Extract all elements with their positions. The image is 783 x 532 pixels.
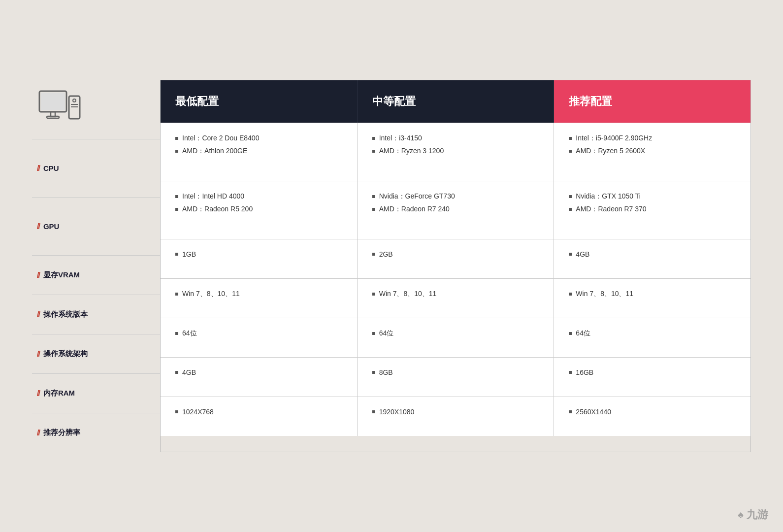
list-item: AMD：Radeon R7 240 xyxy=(372,205,539,214)
bullet-icon xyxy=(372,293,375,296)
table-row-resolution: 1024X768 1920X1080 2560X1440 xyxy=(161,397,750,436)
cell-text: AMD：Ryzen 3 1200 xyxy=(379,147,444,156)
table-row-ram: 4GB 8GB 16GB xyxy=(161,357,750,397)
cell-min-ram: 4GB xyxy=(161,358,358,397)
bullet-icon xyxy=(372,410,375,413)
list-item: 2560X1440 xyxy=(569,408,736,416)
specs-table: 最低配置 中等配置 推荐配置 Intel：Core 2 Dou E8400 AM… xyxy=(160,80,751,452)
slash-icon: // xyxy=(37,164,39,173)
bullet-icon xyxy=(569,293,572,296)
bullet-icon xyxy=(175,293,178,296)
cell-text: Intel：Intel HD 4000 xyxy=(182,192,244,201)
cell-mid-cpu: Intel：i3-4150 AMD：Ryzen 3 1200 xyxy=(358,123,555,181)
cell-min-cpu: Intel：Core 2 Dou E8400 AMD：Athlon 200GE xyxy=(161,123,358,181)
cell-text: 64位 xyxy=(379,329,394,338)
cell-text: 16GB xyxy=(576,368,593,376)
cell-text: AMD：Radeon R7 370 xyxy=(576,205,646,214)
cell-text: 4GB xyxy=(182,368,196,376)
cell-mid-gpu: Nvidia：GeForce GT730 AMD：Radeon R7 240 xyxy=(358,181,555,239)
row-label-os-arch: // 操作系统架构 xyxy=(32,334,160,373)
slash-icon: // xyxy=(37,271,39,280)
cell-text: 2GB xyxy=(379,250,393,258)
bullet-icon xyxy=(175,137,178,140)
row-label-resolution: // 推荐分辨率 xyxy=(32,413,160,452)
page-wrapper: // CPU // GPU // 显存VRAM // 操作系统版本 // 操作系… xyxy=(0,0,783,532)
cell-text: 64位 xyxy=(182,329,197,338)
bullet-icon xyxy=(569,150,572,153)
slash-icon: // xyxy=(37,389,39,398)
list-item: Intel：i3-4150 xyxy=(372,134,539,143)
list-item: AMD：Ryzen 5 2600X xyxy=(569,147,736,156)
cell-mid-os-arch: 64位 xyxy=(358,318,555,357)
table-header: 最低配置 中等配置 推荐配置 xyxy=(161,80,750,123)
list-item: Intel：i5-9400F 2.90GHz xyxy=(569,134,736,143)
list-item: 1GB xyxy=(175,250,342,258)
cell-mid-vram: 2GB xyxy=(358,239,555,278)
list-item: 1920X1080 xyxy=(372,408,539,416)
cell-text: Win 7、8、10、11 xyxy=(182,290,240,299)
bullet-icon xyxy=(175,410,178,413)
list-item: Win 7、8、10、11 xyxy=(372,290,539,299)
cell-text: AMD：Radeon R7 240 xyxy=(379,205,450,214)
table-row-os-arch: 64位 64位 64位 xyxy=(161,318,750,357)
list-item: 4GB xyxy=(175,368,342,376)
cell-rec-vram: 4GB xyxy=(554,239,750,278)
logo-area xyxy=(32,80,160,139)
bullet-icon xyxy=(372,137,375,140)
bullet-icon xyxy=(175,195,178,198)
list-item: Nvidia：GTX 1050 Ti xyxy=(569,192,736,201)
bullet-icon xyxy=(372,332,375,335)
label-text-ram: 内存RAM xyxy=(43,389,75,398)
cell-text: 1920X1080 xyxy=(379,408,415,416)
label-text-cpu: CPU xyxy=(43,164,59,172)
svg-rect-7 xyxy=(71,106,78,107)
cell-text: AMD：Radeon R5 200 xyxy=(182,205,253,214)
cell-min-os-arch: 64位 xyxy=(161,318,358,357)
list-item: Intel：Intel HD 4000 xyxy=(175,192,342,201)
header-rec-label: 推荐配置 xyxy=(569,94,612,109)
cell-text: Intel：i3-4150 xyxy=(379,134,422,143)
cell-text: Nvidia：GTX 1050 Ti xyxy=(576,192,641,201)
list-item: 64位 xyxy=(175,329,342,338)
bullet-icon xyxy=(175,253,178,256)
bullet-icon xyxy=(569,195,572,198)
bullet-icon xyxy=(175,208,178,211)
cell-mid-os-version: Win 7、8、10、11 xyxy=(358,279,555,318)
bullet-icon xyxy=(569,410,572,413)
row-label-gpu: // GPU xyxy=(32,197,160,255)
slash-icon: // xyxy=(37,222,39,231)
bullet-icon xyxy=(372,150,375,153)
bullet-icon xyxy=(569,208,572,211)
cell-rec-gpu: Nvidia：GTX 1050 Ti AMD：Radeon R7 370 xyxy=(554,181,750,239)
list-item: 16GB xyxy=(569,368,736,376)
list-item: Intel：Core 2 Dou E8400 xyxy=(175,134,342,143)
bullet-icon xyxy=(372,208,375,211)
cell-text: 64位 xyxy=(576,329,590,338)
bullet-icon xyxy=(372,371,375,374)
bullet-icon xyxy=(569,332,572,335)
cell-mid-ram: 8GB xyxy=(358,358,555,397)
header-mid-label: 中等配置 xyxy=(372,94,416,109)
header-rec-config: 推荐配置 xyxy=(554,80,750,123)
table-row-gpu: Intel：Intel HD 4000 AMD：Radeon R5 200 Nv… xyxy=(161,181,750,239)
table-row-cpu: Intel：Core 2 Dou E8400 AMD：Athlon 200GE … xyxy=(161,123,750,181)
cell-text: 8GB xyxy=(379,368,393,376)
svg-rect-6 xyxy=(71,104,78,105)
header-min-config: 最低配置 xyxy=(161,80,358,123)
cell-text: 1024X768 xyxy=(182,408,214,416)
cell-text: Intel：Core 2 Dou E8400 xyxy=(182,134,259,143)
cell-text: AMD：Ryzen 5 2600X xyxy=(576,147,645,156)
label-text-vram: 显存VRAM xyxy=(43,270,80,280)
list-item: Nvidia：GeForce GT730 xyxy=(372,192,539,201)
bullet-icon xyxy=(569,371,572,374)
bullet-icon xyxy=(175,371,178,374)
cell-min-resolution: 1024X768 xyxy=(161,397,358,436)
row-label-cpu: // CPU xyxy=(32,139,160,197)
list-item: AMD：Radeon R5 200 xyxy=(175,205,342,214)
bullet-icon xyxy=(372,195,375,198)
label-text-os-arch: 操作系统架构 xyxy=(43,349,88,359)
list-item: 64位 xyxy=(569,329,736,338)
list-item: 8GB xyxy=(372,368,539,376)
row-label-ram: // 内存RAM xyxy=(32,373,160,413)
bullet-icon xyxy=(175,332,178,335)
